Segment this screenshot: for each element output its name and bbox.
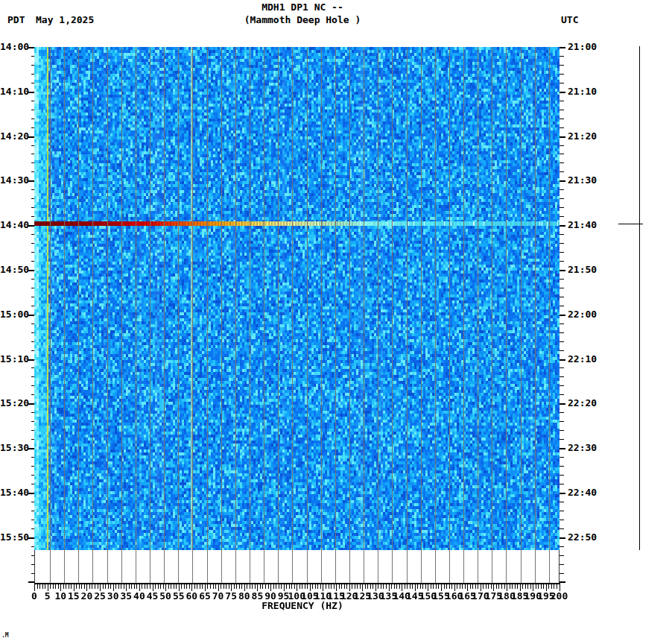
frequency-tick [234, 584, 235, 589]
frequency-tick [134, 584, 135, 589]
time-tick [560, 306, 564, 306]
frequency-tick [536, 584, 536, 589]
time-tick [31, 466, 35, 467]
time-tick [560, 520, 564, 520]
time-tick [28, 225, 34, 227]
frequency-tick [250, 584, 250, 589]
time-tick [31, 546, 35, 547]
frequency-tick [108, 584, 109, 589]
frequency-tick [276, 584, 276, 589]
frequency-tick [289, 584, 290, 589]
frequency-tick [81, 584, 82, 589]
frequency-tick [515, 584, 516, 589]
frequency-tick [391, 584, 392, 589]
frequency-tick [341, 584, 342, 589]
time-tick [560, 359, 565, 361]
frequency-tick [530, 584, 531, 589]
frequency-tick [268, 584, 269, 589]
frequency-axis-line [34, 583, 560, 584]
time-tick [560, 270, 565, 271]
left-time-label: 14:30 [0, 175, 28, 185]
right-time-label: 22:50 [568, 532, 603, 542]
frequency-tick [224, 584, 224, 589]
frequency-tick [522, 584, 523, 589]
frequency-tick [451, 584, 452, 589]
frequency-tick [436, 584, 437, 589]
frequency-tick [105, 584, 106, 589]
frequency-tick [449, 584, 450, 589]
time-tick [560, 56, 564, 57]
frequency-tick [365, 584, 366, 589]
frequency-tick [260, 584, 261, 589]
time-tick [560, 83, 564, 83]
frequency-tick [294, 584, 295, 589]
time-tick [560, 171, 564, 172]
frequency-tick [360, 584, 361, 589]
time-tick [560, 189, 564, 190]
frequency-tick [422, 584, 423, 589]
frequency-tick [174, 584, 174, 589]
time-tick [560, 457, 564, 458]
frequency-tick [181, 584, 182, 589]
frequency-tick [265, 584, 266, 589]
frequency-tick [378, 584, 378, 589]
time-tick [560, 350, 564, 351]
frequency-tick [538, 584, 539, 589]
frequency-tick [115, 584, 116, 589]
time-tick [560, 261, 564, 262]
left-time-label: 15:40 [0, 487, 28, 497]
time-tick [560, 225, 565, 227]
frequency-tick [412, 584, 413, 589]
time-tick [560, 493, 565, 494]
left-time-label: 15:30 [0, 443, 28, 452]
spectrogram-page: MDH1 DP1 NC -- PDT May 1,2025 (Mammoth D… [0, 0, 672, 644]
frequency-tick [247, 584, 247, 589]
time-tick [28, 493, 34, 494]
time-tick [560, 341, 564, 342]
frequency-tick [89, 584, 90, 589]
time-tick [31, 56, 35, 57]
timezone-right-label: UTC [561, 15, 578, 25]
time-tick [560, 537, 565, 539]
frequency-tick [241, 584, 242, 589]
frequency-tick [186, 584, 187, 589]
right-time-label: 22:00 [568, 309, 603, 319]
time-tick [560, 573, 564, 574]
left-time-label: 15:00 [0, 309, 28, 319]
frequency-tick [136, 584, 137, 589]
frequency-tick [446, 584, 447, 589]
frequency-tick [457, 584, 457, 589]
frequency-tick [221, 584, 221, 589]
time-tick [31, 457, 35, 458]
amplitude-trace-line [639, 46, 640, 550]
time-tick [560, 466, 564, 467]
frequency-tick [420, 584, 421, 589]
frequency-tick [279, 584, 279, 589]
frequency-tick [118, 584, 119, 589]
time-tick [560, 502, 564, 502]
frequency-tick [554, 584, 554, 589]
time-tick [560, 92, 565, 93]
frequency-tick [110, 584, 111, 589]
time-tick [560, 564, 564, 565]
left-time-label: 15:10 [0, 354, 28, 364]
time-tick [560, 288, 564, 288]
time-tick [31, 207, 35, 208]
time-tick [560, 180, 565, 182]
frequency-tick [252, 584, 253, 589]
time-tick [560, 216, 564, 217]
frequency-tick [189, 584, 190, 589]
time-tick [31, 323, 35, 324]
frequency-tick [202, 584, 203, 589]
time-tick [560, 332, 564, 333]
frequency-tick [394, 584, 395, 589]
frequency-tick [200, 584, 200, 589]
left-time-label: 14:10 [0, 86, 28, 96]
right-time-label: 21:50 [568, 265, 603, 274]
frequency-tick [262, 584, 263, 589]
frequency-tick [197, 584, 197, 589]
time-tick [28, 448, 34, 449]
frequency-tick [386, 584, 387, 589]
frequency-tick [541, 584, 542, 589]
frequency-tick [92, 584, 92, 589]
